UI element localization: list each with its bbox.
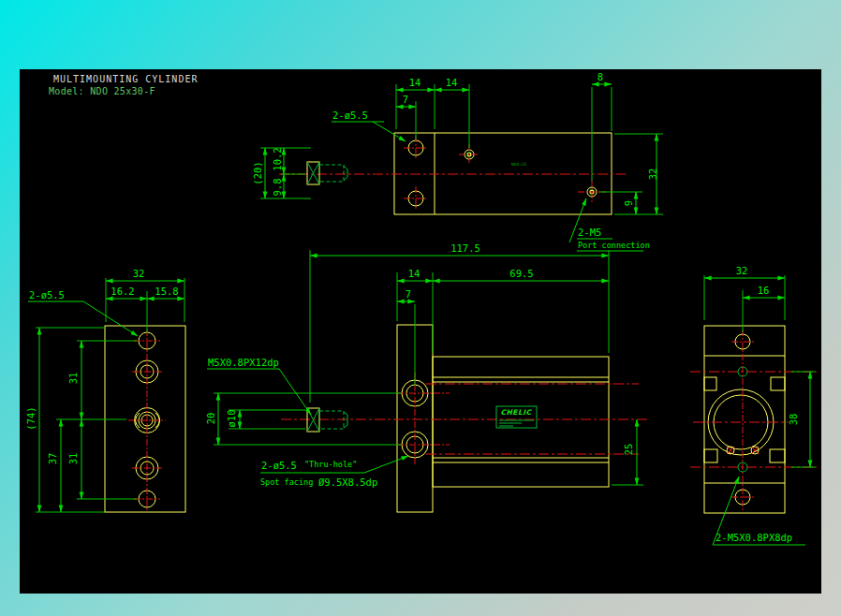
dim-37: 37: [47, 453, 58, 465]
label-rod-thread: M5X0.8PX12dp: [208, 357, 279, 368]
dim-15-8: 15.8: [155, 286, 178, 297]
dim-front-14: 14: [408, 268, 420, 279]
label-spot-facing-size: Ø9.5X8.5dp: [318, 477, 377, 488]
dim-69-5: 69.5: [509, 268, 533, 279]
drawing-model: Model: NDO 25x30-F: [49, 86, 155, 96]
dim-117-5: 117.5: [450, 242, 480, 254]
dim-front-20: 20: [205, 413, 216, 425]
dim-7: 7: [403, 94, 408, 105]
dim-38: 38: [788, 414, 799, 426]
ref-marking: NDO-25: [511, 162, 527, 167]
dim-rod-diameter: ø10: [226, 410, 237, 428]
dim-16-2: 16.2: [111, 286, 134, 297]
dim-front-7: 7: [406, 288, 411, 300]
label-port-sub: Port connection: [578, 241, 650, 250]
label-left-holes: 2-ø5.5: [29, 289, 65, 301]
dim-14-right: 14: [446, 77, 458, 88]
dim-10-2: 10.2: [272, 147, 283, 170]
label-thru-hole-note: "Thru-hole": [304, 460, 357, 469]
label-spot-facing: Spot facing: [260, 477, 313, 487]
dim-31-top: 31: [67, 373, 79, 385]
label-thru-hole-qty: 2-ø5.5: [261, 460, 297, 471]
dim-8: 8: [598, 71, 603, 82]
dim-32: 32: [647, 169, 658, 181]
drawing-title: MULTIMOUNTING CYLINDER: [53, 74, 198, 84]
dim-right-32: 32: [736, 265, 748, 276]
dim-14-left: 14: [409, 77, 421, 88]
cad-drawing-canvas[interactable]: MULTIMOUNTING CYLINDER Model: NDO 25x30-…: [0, 0, 841, 616]
dim-9: 9: [623, 200, 634, 206]
dim-left-32: 32: [133, 268, 145, 279]
dim-20-ref: (20): [252, 161, 263, 184]
dim-74: (74): [25, 406, 37, 430]
label-top-holes: 2-ø5.5: [332, 110, 368, 121]
dim-9-8: 9.8: [272, 179, 283, 197]
dim-31-bottom: 31: [67, 453, 79, 465]
dim-25: 25: [623, 444, 634, 456]
dim-16: 16: [758, 285, 770, 296]
label-port: 2-M5: [578, 227, 601, 238]
label-right-ports: 2-M5X0.8PX8dp: [716, 532, 792, 543]
nameplate-brand: CHELIC: [501, 408, 533, 417]
